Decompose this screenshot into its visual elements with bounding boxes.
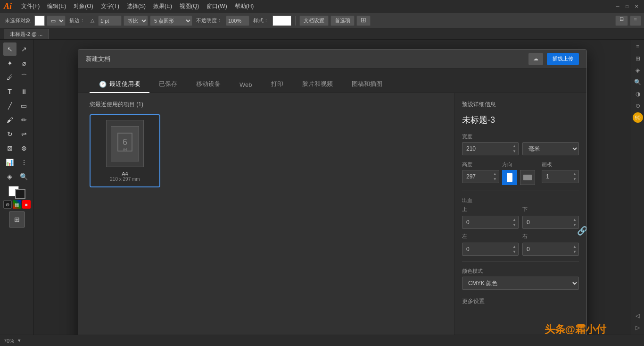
right-panel-icon-1[interactable]: ≡ — [633, 42, 643, 52]
bleed-left-up[interactable]: ▲ — [511, 244, 518, 249]
close-button[interactable]: ✕ — [633, 3, 640, 10]
portrait-button[interactable] — [502, 170, 517, 185]
bleed-left-down[interactable]: ▼ — [511, 249, 518, 254]
tab-print[interactable]: 打印 — [262, 76, 293, 93]
bleed-top-down[interactable]: ▼ — [511, 222, 518, 228]
right-panel-icon-2[interactable]: ⊞ — [633, 53, 643, 64]
tab-bar: 未标题-2 @ ... — [0, 28, 644, 40]
width-down-arrow[interactable]: ▼ — [511, 149, 518, 154]
color-mode-select[interactable]: CMYK 颜色 RGB 颜色 — [462, 277, 579, 290]
fill-swatch[interactable] — [34, 16, 45, 26]
menu-object[interactable]: 对象(O) — [70, 0, 97, 13]
stroke-pt-input[interactable] — [98, 16, 122, 26]
badge-icon[interactable]: 90 — [633, 112, 643, 123]
pen-tools: 🖊 ⌒ — [3, 71, 31, 84]
link-icon[interactable]: 🔗 — [577, 226, 586, 236]
style-swatch[interactable] — [272, 16, 291, 26]
bleed-right-up[interactable]: ▲ — [571, 244, 578, 249]
right-panel-more[interactable]: ▷ — [633, 322, 643, 333]
landscape-button[interactable] — [520, 170, 535, 185]
solid-color-button[interactable]: ■ — [22, 200, 31, 209]
menu-window[interactable]: 窗口(W) — [203, 0, 231, 13]
menu-file[interactable]: 文件(F) — [17, 0, 43, 13]
artboard-tool[interactable]: ⊞ — [9, 211, 25, 228]
column-graph-tool[interactable]: 📊 — [3, 156, 17, 169]
more-settings-link[interactable]: 更多设置 — [462, 297, 579, 305]
vertical-type-tool[interactable]: ⏸ — [17, 85, 31, 98]
width-input[interactable] — [462, 142, 519, 155]
bleed-bottom-up[interactable]: ▲ — [571, 217, 578, 222]
height-up-arrow[interactable]: ▲ — [492, 171, 498, 177]
opacity-input[interactable] — [226, 16, 249, 26]
gradient-tool[interactable]: ◈ — [3, 170, 17, 183]
menu-effect[interactable]: 效果(E) — [149, 0, 176, 13]
bleed-left-arrows: ▲ ▼ — [511, 244, 518, 254]
line-tools: ╱ ▭ — [3, 99, 31, 112]
bleed-right-input[interactable] — [522, 243, 579, 256]
reflect-tool[interactable]: ⇌ — [17, 127, 31, 141]
stroke-shape-select[interactable]: ▭ — [47, 16, 66, 26]
blend-tool[interactable]: ⊗ — [17, 142, 31, 155]
tab-articon[interactable]: 图稿和插图 — [342, 76, 392, 93]
tab-web[interactable]: Web — [230, 77, 262, 93]
menu-view[interactable]: 视图(Q) — [176, 0, 203, 13]
right-panel-icon-6[interactable]: ⊙ — [633, 101, 643, 111]
graph-tools: 📊 ⋮ — [3, 156, 31, 169]
menu-select[interactable]: 选择(S) — [123, 0, 149, 13]
stroke-color-swatch[interactable] — [15, 189, 25, 199]
unit-select[interactable]: 毫米 像素 厘米 英寸 — [522, 142, 579, 155]
right-panel-icon-5[interactable]: ◑ — [633, 89, 643, 99]
bleed-right-down[interactable]: ▼ — [571, 249, 578, 254]
none-color-button[interactable]: ⊘ — [3, 200, 12, 209]
tab-recent[interactable]: 🕐 最近使用项 — [90, 76, 149, 93]
rotate-tool[interactable]: ↻ — [3, 127, 17, 141]
tab-mobile[interactable]: 移动设备 — [187, 76, 230, 93]
points-select[interactable]: 5 点圆形 — [150, 16, 192, 26]
rect-tool[interactable]: ▭ — [17, 99, 31, 112]
stroke-proportion-select[interactable]: 等比 — [124, 16, 148, 26]
maximize-button[interactable]: □ — [623, 3, 631, 10]
upload-button[interactable]: 插线上传 — [547, 53, 579, 65]
direct-selection-tool[interactable]: ↗ — [17, 42, 31, 56]
preferences-button[interactable]: 首选项 — [330, 16, 355, 26]
pen-tool[interactable]: 🖊 — [3, 71, 17, 84]
doc-settings-button[interactable]: 文档设置 — [299, 16, 329, 26]
right-panel-icon-4[interactable]: 🔍 — [633, 77, 643, 87]
width-up-arrow[interactable]: ▲ — [511, 143, 518, 149]
recent-item-a4[interactable]: 6 A4 A4 210 x 297 mm — [90, 114, 160, 187]
panel-toggle-button[interactable]: ⊟ — [615, 16, 628, 26]
document-tab[interactable]: 未标题-2 @ ... — [4, 29, 49, 39]
pencil-tool[interactable]: ✏ — [17, 113, 31, 127]
artboard-down-arrow[interactable]: ▼ — [571, 177, 578, 182]
menu-edit[interactable]: 编辑(E) — [43, 0, 70, 13]
curvature-tool[interactable]: ⌒ — [17, 71, 31, 84]
width-tool[interactable]: ⊠ — [3, 142, 17, 155]
bleed-bottom-input[interactable] — [522, 216, 579, 229]
selection-tool[interactable]: ↖ — [3, 42, 17, 56]
menu-help[interactable]: 帮助(H) — [231, 0, 258, 13]
line-tool[interactable]: ╱ — [3, 99, 17, 112]
bleed-top-up[interactable]: ▲ — [511, 217, 518, 222]
hamburger-menu-button[interactable]: ≡ — [630, 16, 641, 26]
menu-text[interactable]: 文字(T) — [97, 0, 123, 13]
bleed-top-input[interactable] — [462, 216, 519, 229]
gradient-color-button[interactable]: ▦ — [13, 200, 21, 209]
height-down-arrow[interactable]: ▼ — [492, 177, 498, 182]
tab-film[interactable]: 胶片和视频 — [293, 76, 342, 93]
paintbrush-tool[interactable]: 🖌 — [3, 113, 17, 127]
lasso-tool[interactable]: ⌀ — [17, 57, 31, 70]
magic-wand-tool[interactable]: ✦ — [3, 57, 17, 70]
extra-control[interactable]: ⊞ — [356, 16, 371, 26]
cloud-button[interactable]: ☁ — [528, 53, 543, 65]
tab-saved[interactable]: 已保存 — [149, 76, 187, 93]
symbol-sprayer-tool[interactable]: ⋮ — [17, 156, 31, 169]
minimize-button[interactable]: ─ — [614, 3, 621, 10]
right-panel-icon-3[interactable]: ◈ — [633, 65, 643, 76]
landscape-icon — [523, 174, 532, 181]
artboard-up-arrow[interactable]: ▲ — [571, 171, 578, 177]
zoom-tool[interactable]: 🔍 — [17, 170, 31, 183]
unit-field: 毫米 像素 厘米 英寸 — [522, 142, 579, 155]
right-panel-expand[interactable]: ◁ — [633, 311, 643, 321]
type-tool[interactable]: T — [3, 85, 17, 98]
bleed-left-input[interactable] — [462, 243, 519, 256]
